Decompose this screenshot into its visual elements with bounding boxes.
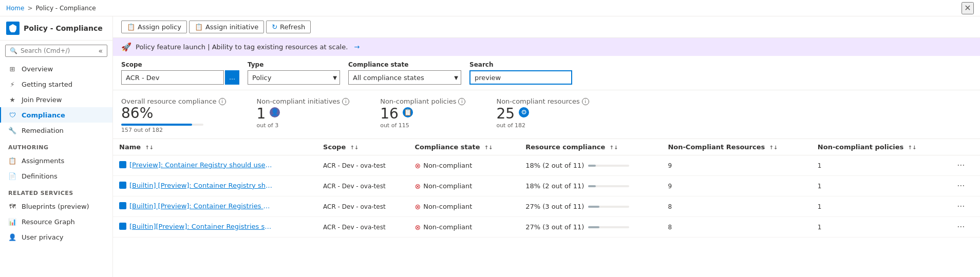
scope-input[interactable]: [121, 70, 224, 85]
compliance-state-select[interactable]: All compliance states: [348, 70, 461, 85]
col-resource-compliance[interactable]: Resource compliance ↑↓: [519, 139, 662, 155]
overall-compliance-sub: 157 out of 182: [121, 127, 226, 133]
overall-info-icon[interactable]: i: [219, 98, 226, 105]
collapse-icon[interactable]: «: [98, 47, 103, 55]
row-actions-button[interactable]: ···: [954, 160, 968, 171]
table-row: [Preview]: Container Registry should use…: [113, 155, 980, 176]
grid-icon: ⊞: [8, 65, 16, 73]
col-name[interactable]: Name ↑↓: [113, 139, 317, 155]
cell-compliance-state: ⊗ Non-compliant: [408, 176, 519, 196]
metrics-bar: Overall resource compliance i 86% 157 ou…: [113, 90, 980, 139]
policy-link[interactable]: [Builtin] [Preview]: Container Registrie…: [129, 202, 273, 210]
feature-banner: 🚀 Policy feature launch | Ability to tag…: [113, 38, 980, 56]
sidebar-item-label: User privacy: [22, 233, 63, 241]
cell-compliance-state: ⊗ Non-compliant: [408, 217, 519, 238]
row-actions-button[interactable]: ···: [954, 201, 968, 212]
sidebar-item-assignments[interactable]: 📋 Assignments: [0, 153, 112, 168]
policies-info-icon[interactable]: i: [458, 98, 465, 105]
sidebar-item-overview[interactable]: ⊞ Overview: [0, 61, 112, 76]
non-compliant-resources-title: Non-compliant resources i: [496, 97, 589, 105]
cell-resource-compliance: 27% (3 out of 11): [519, 196, 662, 217]
svg-text:👤: 👤: [271, 108, 279, 116]
compliance-state-text: Non-compliant: [423, 203, 472, 210]
table-row: [Builtin] [Preview]: Container Registry …: [113, 176, 980, 196]
cell-compliance-state: ⊗ Non-compliant: [408, 155, 519, 176]
non-compliant-initiatives-title: Non-compliant initiatives i: [257, 97, 350, 105]
name-sort-icon: ↑↓: [145, 145, 154, 150]
row-actions-button[interactable]: ···: [954, 221, 968, 233]
non-compliant-resources-metric: Non-compliant resources i 25 ⚙ out of 18…: [496, 97, 589, 133]
sidebar-item-getting-started[interactable]: ⚡ Getting started: [0, 76, 112, 92]
col-compliance-state[interactable]: Compliance state ↑↓: [408, 139, 519, 155]
scope-filter: Scope …: [121, 61, 239, 85]
policy-link[interactable]: [Preview]: Container Registry should use…: [129, 161, 273, 169]
refresh-button[interactable]: ↻ Refresh: [266, 21, 311, 33]
scope-picker-button[interactable]: …: [225, 70, 239, 85]
non-compliant-icon: ⊗: [414, 182, 421, 190]
cell-row-actions: ···: [948, 176, 980, 196]
overall-compliance-metric: Overall resource compliance i 86% 157 ou…: [121, 97, 226, 133]
page-title: Policy - Compliance: [24, 24, 103, 32]
sidebar-item-label: Join Preview: [22, 96, 62, 104]
compliance-state-text: Non-compliant: [423, 223, 472, 231]
breadcrumb-sep: >: [27, 5, 32, 12]
resources-info-icon[interactable]: i: [582, 98, 589, 105]
assign-policy-button[interactable]: 📋 Assign policy: [121, 21, 187, 33]
resource-compliance-bar: [588, 185, 629, 187]
policy-link[interactable]: [Builtin] [Preview]: Container Registry …: [129, 182, 273, 189]
row-actions-button[interactable]: ···: [954, 180, 968, 192]
compliance-state-select-wrapper: All compliance states ▼: [348, 70, 461, 85]
cell-non-compliant-resources: 8: [662, 217, 811, 238]
col-non-compliant-policies[interactable]: Non-compliant policies ↑↓: [812, 139, 948, 155]
cell-resource-compliance: 18% (2 out of 11): [519, 155, 662, 176]
sidebar-search[interactable]: 🔍 «: [5, 45, 107, 57]
non-compliant-policies-sort-icon: ↑↓: [908, 145, 917, 150]
svg-text:📋: 📋: [404, 108, 412, 116]
sidebar-item-label: Overview: [22, 65, 53, 73]
sidebar-item-blueprints[interactable]: 🗺 Blueprints (preview): [0, 199, 112, 214]
non-compliant-icon: ⊗: [414, 162, 421, 170]
policy-link[interactable]: [Builtin][Preview]: Container Registries…: [129, 223, 273, 230]
sidebar-item-remediation[interactable]: 🔧 Remediation: [0, 123, 112, 138]
type-label: Type: [248, 61, 340, 68]
cell-non-compliant-policies: 1: [812, 217, 948, 238]
sidebar-item-definitions[interactable]: 📄 Definitions: [0, 168, 112, 184]
main-content: 📋 Assign policy 📋 Assign initiative ↻ Re…: [113, 16, 980, 277]
sidebar-item-user-privacy[interactable]: 👤 User privacy: [0, 229, 112, 245]
policies-badge-icon: 📋: [402, 106, 414, 118]
row-icon: [119, 161, 126, 168]
cell-scope: ACR - Dev - ova-test: [317, 196, 408, 217]
related-section-label: Related Services: [0, 184, 112, 199]
search-field[interactable]: [469, 70, 572, 85]
refresh-label: Refresh: [280, 23, 305, 31]
close-button[interactable]: ✕: [962, 2, 974, 14]
overall-progress-bar: [121, 124, 203, 126]
resource-compliance-text: 18% (2 out of 11): [525, 162, 584, 169]
assign-icon: 📋: [8, 156, 16, 165]
banner-text: Policy feature launch | Ability to tag e…: [136, 43, 348, 51]
initiatives-info-icon[interactable]: i: [342, 98, 349, 105]
sidebar-item-label: Definitions: [22, 172, 58, 180]
compliance-state-text: Non-compliant: [423, 162, 472, 169]
type-select[interactable]: Policy: [248, 70, 340, 85]
non-compliant-icon: ⊗: [414, 203, 421, 211]
sidebar-item-join-preview[interactable]: ★ Join Preview: [0, 92, 112, 107]
sidebar-item-resource-graph[interactable]: 📊 Resource Graph: [0, 214, 112, 229]
sidebar-item-compliance[interactable]: 🛡 Compliance: [0, 107, 112, 123]
col-scope[interactable]: Scope ↑↓: [317, 139, 408, 155]
resource-compliance-bar: [588, 226, 629, 228]
col-non-compliant-resources[interactable]: Non-Compliant Resources ↑↓: [662, 139, 811, 155]
resource-compliance-text: 27% (3 out of 11): [525, 203, 584, 210]
assign-initiative-button[interactable]: 📋 Assign initiative: [189, 21, 264, 33]
scope-label: Scope: [121, 61, 239, 68]
scope-sort-icon: ↑↓: [350, 145, 359, 150]
search-input[interactable]: [21, 47, 95, 54]
cell-non-compliant-resources: 9: [662, 155, 811, 176]
cell-row-actions: ···: [948, 155, 980, 176]
banner-link[interactable]: →: [354, 43, 360, 51]
cell-scope: ACR - Dev - ova-test: [317, 176, 408, 196]
breadcrumb-home[interactable]: Home: [6, 5, 24, 12]
compliance-state-text: Non-compliant: [423, 182, 472, 190]
search-icon: 🔍: [10, 47, 17, 54]
top-bar: Home > Policy - Compliance ✕: [0, 0, 980, 16]
